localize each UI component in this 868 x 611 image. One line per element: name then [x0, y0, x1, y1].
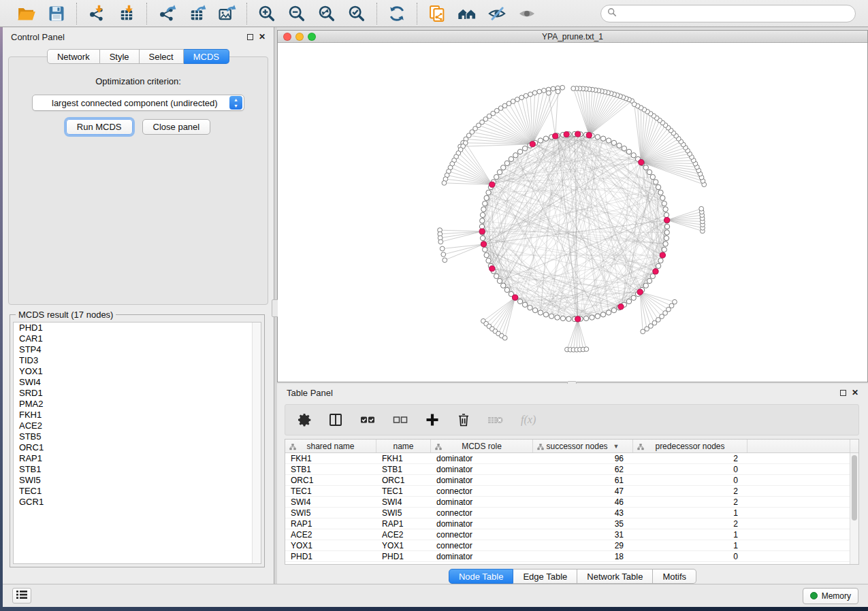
mcds-result-item[interactable]: SWI5	[14, 475, 261, 486]
mcds-result-item[interactable]: TEC1	[14, 486, 261, 497]
column-header-name[interactable]: name	[376, 440, 431, 452]
table-row[interactable]: SWI5SWI5connector431	[285, 508, 858, 518]
tab-motifs[interactable]: Motifs	[653, 569, 696, 584]
table-row[interactable]: SWI4SWI4dominator462	[285, 497, 858, 508]
list-icon	[16, 590, 28, 602]
table-cell: 1	[633, 540, 748, 550]
column-header-successor-nodes[interactable]: successor nodes▼	[533, 440, 633, 452]
mcds-result-item[interactable]: GCR1	[14, 497, 261, 508]
table-settings-icon[interactable]	[296, 410, 312, 430]
main-toolbar	[0, 0, 868, 27]
select-stepper-icon: ▲▼	[229, 96, 242, 110]
zoom-selected-icon[interactable]	[345, 3, 368, 24]
table-cell: STB1	[376, 464, 431, 474]
mcds-result-item[interactable]: PHD1	[14, 323, 261, 333]
select-all-columns-icon[interactable]	[359, 410, 376, 430]
memory-button[interactable]: Memory	[803, 588, 858, 604]
table-cell: TEC1	[376, 486, 431, 496]
table-scrollbar[interactable]	[850, 453, 858, 564]
table-cell	[748, 540, 850, 550]
open-file-icon[interactable]	[15, 3, 38, 24]
mcds-result-item[interactable]: ORC1	[14, 442, 261, 453]
table-panel: Table Panel ✕ f(x) shared namenameMCDS r…	[277, 384, 868, 584]
mcds-result-item[interactable]: STB1	[14, 464, 261, 475]
column-header-MCDS-role[interactable]: MCDS role	[431, 440, 533, 452]
mcds-result-item[interactable]: STP4	[14, 344, 261, 355]
table-cell: ACE2	[285, 529, 376, 540]
column-header-shared-name[interactable]: shared name	[285, 440, 376, 452]
table-cell: ORC1	[285, 475, 376, 485]
control-panel-title: Control Panel	[11, 32, 65, 42]
show-panels-list-button[interactable]	[12, 588, 31, 604]
import-table-icon[interactable]	[115, 3, 138, 24]
table-cell	[748, 529, 850, 540]
tab-mcds[interactable]: MCDS	[184, 49, 229, 64]
table-cell: 29	[533, 540, 633, 550]
show-hidden-icon[interactable]	[515, 3, 539, 24]
run-mcds-button[interactable]: Run MCDS	[66, 119, 133, 135]
export-image-icon[interactable]	[215, 3, 238, 24]
table-cell: 46	[533, 497, 633, 507]
mcds-result-item[interactable]: STB5	[14, 431, 261, 442]
mcds-result-item[interactable]: YOX1	[14, 366, 261, 377]
table-row[interactable]: FKH1FKH1dominator962	[285, 453, 858, 464]
table-cell: dominator	[431, 497, 533, 507]
table-mode-icon[interactable]	[327, 410, 344, 430]
mcds-result-item[interactable]: RAP1	[14, 453, 261, 464]
mcds-result-item[interactable]: CAR1	[14, 333, 261, 344]
mcds-result-item[interactable]: PMA2	[14, 399, 261, 410]
search-box[interactable]	[600, 5, 856, 22]
table-cell: 31	[533, 529, 633, 540]
table-cell: dominator	[431, 551, 533, 561]
export-table-icon[interactable]	[185, 3, 208, 24]
import-network-icon[interactable]	[85, 3, 108, 24]
float-table-panel-icon[interactable]	[840, 390, 846, 396]
table-row[interactable]: RAP1RAP1dominator352	[285, 518, 858, 529]
tab-network[interactable]: Network	[47, 49, 100, 64]
delete-column-icon[interactable]	[455, 410, 472, 430]
criterion-select[interactable]: largest connected component (undirected)…	[32, 95, 244, 111]
table-row[interactable]: ACE2ACE2connector311	[285, 529, 858, 540]
table-row[interactable]: ORC1ORC1dominator610	[285, 475, 858, 486]
zoom-in-icon[interactable]	[255, 3, 278, 24]
deselect-all-columns-icon[interactable]	[391, 410, 409, 430]
float-panel-icon[interactable]	[247, 34, 253, 40]
close-panel-icon[interactable]: ✕	[259, 34, 266, 40]
search-input[interactable]	[621, 9, 849, 18]
mcds-result-item[interactable]: SRD1	[14, 388, 261, 399]
tab-edge-table[interactable]: Edge Table	[513, 569, 577, 584]
network-window-titlebar[interactable]: YPA_prune.txt_1	[278, 31, 867, 43]
close-panel-button[interactable]: Close panel	[142, 119, 211, 135]
mcds-result-item[interactable]: FKH1	[14, 410, 261, 420]
mcds-list-scrollbar[interactable]	[252, 323, 261, 563]
zoom-out-icon[interactable]	[285, 3, 308, 24]
mcds-result-item[interactable]: TID3	[14, 355, 261, 366]
create-column-icon[interactable]	[424, 410, 440, 430]
first-neighbors-icon[interactable]	[455, 3, 479, 24]
zoom-fit-icon[interactable]	[315, 3, 338, 24]
mcds-result-list[interactable]: PHD1CAR1STP4TID3YOX1SWI4SRD1PMA2FKH1ACE2…	[13, 322, 261, 564]
hide-selected-icon[interactable]	[485, 3, 509, 24]
apply-layout-icon[interactable]	[385, 3, 408, 24]
table-row[interactable]: PHD1PHD1dominator180	[285, 551, 858, 562]
table-scrollbar-thumb[interactable]	[852, 455, 857, 521]
tab-node-table[interactable]: Node Table	[449, 569, 514, 584]
new-network-from-selection-icon[interactable]	[425, 3, 449, 24]
table-row[interactable]: TEC1TEC1connector472	[285, 486, 858, 497]
table-cell: connector	[431, 508, 533, 518]
network-canvas[interactable]	[278, 43, 867, 382]
tab-style[interactable]: Style	[100, 49, 140, 64]
column-grip-icon	[537, 443, 544, 452]
tab-select[interactable]: Select	[140, 49, 184, 64]
table-row[interactable]: YOX1YOX1connector291	[285, 540, 858, 551]
save-session-icon[interactable]	[45, 3, 68, 24]
table-cell: 18	[533, 551, 633, 561]
tab-network-table[interactable]: Network Table	[577, 569, 653, 584]
column-header-predecessor-nodes[interactable]: predecessor nodes	[633, 440, 748, 452]
mcds-result-item[interactable]: SWI4	[14, 377, 261, 388]
mcds-result-item[interactable]: ACE2	[14, 420, 261, 431]
close-table-panel-icon[interactable]: ✕	[852, 390, 858, 396]
table-row[interactable]: STB1STB1dominator620	[285, 464, 858, 475]
svg-text:f(x): f(x)	[521, 414, 536, 426]
export-network-icon[interactable]	[155, 3, 178, 24]
